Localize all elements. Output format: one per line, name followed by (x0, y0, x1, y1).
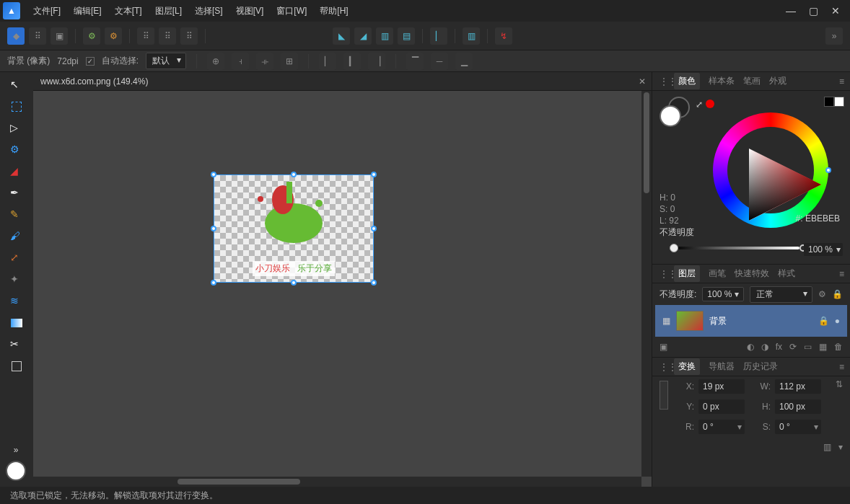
menu-help[interactable]: 帮助[H] (320, 5, 348, 17)
live-icon[interactable]: ⟳ (789, 342, 797, 352)
layer-opacity-dropdown[interactable]: 100 % (702, 287, 744, 301)
layout-button[interactable]: ▣ (51, 27, 68, 45)
close-icon[interactable]: ✕ (831, 5, 840, 17)
snap-button[interactable]: ↯ (495, 27, 512, 45)
menu-layer[interactable]: 图层[L] (155, 5, 182, 17)
move-tool[interactable]: ↖ (4, 75, 30, 95)
crop-tool[interactable]: ✂ (4, 335, 30, 355)
flip-v-button[interactable]: ◢ (354, 27, 372, 45)
autoselect-checkbox[interactable]: ✓ (86, 57, 95, 66)
grid-button-3[interactable]: ⠿ (180, 27, 198, 45)
blend-mode-dropdown[interactable]: 正常 (750, 286, 812, 303)
add-layer-icon[interactable]: ▭ (804, 342, 812, 352)
rotate-ccw-button[interactable]: ▥ (376, 27, 393, 45)
align-dropdown-icon[interactable]: ▾ (838, 442, 843, 452)
mask-icon[interactable]: ◐ (747, 342, 754, 352)
x-field[interactable]: 19 px (698, 379, 745, 394)
halign-left-button[interactable]: ▏ (319, 53, 336, 70)
resize-handle-sw[interactable] (211, 280, 216, 286)
color-wheel[interactable] (713, 112, 828, 228)
persona-photo-button[interactable]: ◆ (7, 27, 25, 45)
fx-icon[interactable]: fx (776, 342, 782, 352)
valign-middle-button[interactable]: ─ (431, 53, 448, 70)
add-pixel-icon[interactable]: ▦ (819, 342, 827, 352)
layer-name[interactable]: 背景 (709, 315, 727, 327)
rotate-cw-button[interactable]: ▤ (398, 27, 415, 45)
y-field[interactable]: 0 px (698, 399, 745, 414)
opacity-value[interactable]: 100 % (804, 243, 843, 256)
align-button-3[interactable]: ⊞ (281, 53, 298, 70)
node-tool[interactable]: ▷ (4, 118, 30, 138)
tab-brush-stroke[interactable]: 笔画 (743, 75, 761, 87)
panel-menu-icon[interactable]: ≡ (839, 362, 844, 372)
foreground-swatch[interactable] (660, 105, 681, 127)
color-triangle[interactable] (749, 149, 821, 221)
eyedropper-tool[interactable]: ⤢ (696, 100, 714, 110)
link-wh-icon[interactable]: ⇅ (836, 379, 843, 394)
layer-visible-icon[interactable]: ● (835, 316, 840, 326)
layer-item-background[interactable]: ▦ 背景 🔒 ● (655, 305, 847, 337)
align-button-2[interactable]: ⟛ (256, 53, 273, 70)
align-icon[interactable]: ▥ (823, 442, 831, 452)
resize-handle-ne[interactable] (371, 172, 377, 177)
group-icon[interactable]: ▣ (660, 342, 667, 352)
resize-handle-n[interactable] (291, 172, 297, 177)
adjust-icon[interactable]: ◑ (761, 342, 768, 352)
tab-brushes[interactable]: 画笔 (709, 268, 726, 280)
halign-center-button[interactable]: ▎ (343, 53, 361, 70)
visibility-checkbox[interactable]: ▦ (662, 316, 670, 326)
vscroll-thumb[interactable] (644, 92, 649, 193)
maximize-icon[interactable]: ▢ (809, 5, 818, 17)
menu-view[interactable]: 视图[V] (236, 5, 264, 17)
tab-history[interactable]: 历史记录 (743, 361, 778, 373)
menu-window[interactable]: 窗口[W] (276, 5, 307, 17)
adjustments-button[interactable]: ⚙ (105, 27, 122, 45)
delete-layer-icon[interactable]: 🗑 (834, 342, 843, 352)
panel-grip-icon[interactable]: ⋮⋮ (660, 76, 665, 87)
resize-handle-se[interactable] (371, 280, 377, 286)
align-left-button[interactable]: ▏ (430, 27, 447, 45)
gear-icon[interactable]: ⚙ (818, 289, 826, 299)
menu-edit[interactable]: 编辑[E] (74, 5, 102, 17)
canvas-viewport[interactable]: 小刀娱乐 乐于分享 (33, 91, 652, 487)
panel-grip-icon[interactable]: ⋮⋮ (660, 269, 665, 279)
distribute-button[interactable]: ▥ (463, 27, 480, 45)
hex-field[interactable]: #: EBEBEB (796, 213, 840, 224)
menu-text[interactable]: 文本[T] (115, 5, 142, 17)
transform-anchor[interactable] (660, 381, 668, 410)
resize-handle-nw[interactable] (211, 172, 216, 177)
hex-value[interactable]: EBEBEB (805, 213, 840, 224)
transform-origin-button[interactable]: ⊕ (207, 53, 224, 70)
tab-transform[interactable]: 变换 (674, 358, 700, 375)
valign-top-button[interactable]: ▔ (406, 53, 424, 70)
s-field[interactable]: 0 ° (775, 420, 821, 434)
heal-tool[interactable]: ≋ (4, 291, 30, 311)
autoselect-dropdown[interactable]: 默认 (146, 53, 186, 69)
flip-h-button[interactable]: ◣ (333, 27, 350, 45)
paint-brush-tool[interactable]: 🖌 (4, 226, 30, 247)
arrange-button[interactable]: ⠿ (29, 27, 46, 45)
pencil-tool[interactable]: ✎ (4, 205, 30, 225)
layer-lock-icon[interactable]: 🔒 (818, 316, 829, 326)
gradient-tool[interactable] (4, 313, 30, 333)
tab-navigator[interactable]: 导航器 (709, 361, 735, 373)
tab-layers[interactable]: 图层 (674, 265, 700, 282)
halign-right-button[interactable]: ▕ (368, 53, 385, 70)
pen-tool[interactable]: ✒ (4, 183, 30, 203)
selection-brush-tool[interactable]: ◢ (4, 162, 30, 182)
panel-menu-icon[interactable]: ≡ (839, 269, 844, 279)
opacity-thumb[interactable] (670, 244, 678, 252)
menu-select[interactable]: 选择[S] (195, 5, 223, 17)
foreground-color-preview[interactable] (6, 461, 26, 481)
opacity-slider[interactable]: 100 % (660, 243, 843, 253)
horizontal-scrollbar[interactable] (33, 477, 641, 487)
w-field[interactable]: 112 px (775, 379, 821, 394)
tab-color[interactable]: 颜色 (674, 73, 700, 89)
tool-expand-icon[interactable]: » (14, 445, 19, 455)
panel-menu-icon[interactable]: ≡ (839, 76, 844, 87)
shape-tool[interactable] (4, 356, 30, 376)
vertical-scrollbar[interactable] (641, 91, 652, 477)
resize-handle-w[interactable] (211, 226, 216, 231)
tab-fx[interactable]: 快速特效 (735, 268, 769, 280)
bw-swatches[interactable] (824, 97, 844, 109)
